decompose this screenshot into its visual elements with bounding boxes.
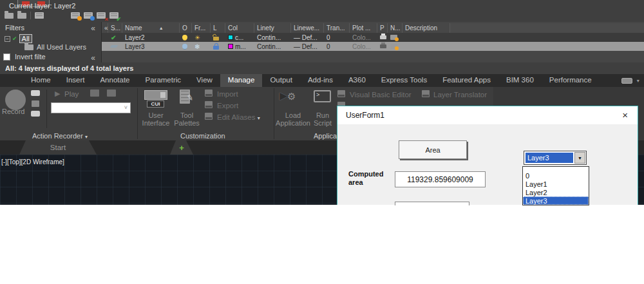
layer-new-vp-cell[interactable] [388,42,402,51]
tab-annotate[interactable]: Annotate [92,74,137,87]
column-header-status[interactable]: S... [108,23,122,33]
visual-basic-editor-icon[interactable] [337,90,345,97]
column-header-linetype[interactable]: Linety [254,23,291,33]
partial-textbox[interactable] [395,202,469,205]
layer-description[interactable] [402,33,450,42]
filters-collapse-icon[interactable]: « [91,24,95,33]
column-header-lineweight[interactable]: Linewe... [291,23,324,33]
action-macro-combobox[interactable]: ˅ [51,102,131,113]
tab-add-ins[interactable]: Add-ins [300,74,341,87]
filter-tree-item-all[interactable]: − ✔ All [5,34,32,43]
layer-name[interactable]: Layer2 [122,33,180,42]
preference-icon[interactable] [90,90,99,97]
manage-action-macro-icon[interactable] [107,90,116,97]
layer-new-vp-cell[interactable] [388,33,402,42]
layer-plot-style[interactable]: Colo... [350,42,377,51]
layer-frozen-snowflake-icon[interactable]: ❄ [192,42,211,51]
tab-a360[interactable]: A360 [341,74,374,87]
ribbon-minimize-control[interactable]: ▾ [621,74,639,87]
table-row-layer3-selected[interactable]: Layer3 ❄ m... Contin... — Def... 0 Colo.… [102,42,644,51]
column-header-description[interactable]: Description [402,23,450,33]
list-item-0[interactable]: 0 [523,171,589,180]
layer-name[interactable]: Layer3 [122,42,180,51]
chevron-down-icon[interactable]: ▾ [637,78,639,84]
tab-view[interactable]: View [189,74,220,87]
import-button[interactable]: Import [217,90,238,98]
column-header-plot[interactable]: P [377,23,388,33]
invert-filter-checkbox[interactable] [3,53,10,61]
layer-combobox[interactable]: Layer3 ▼ [524,151,587,165]
tab-bim-360[interactable]: BIM 360 [498,74,542,87]
new-drawing-tab-button[interactable]: + [170,140,193,155]
layer-linetype[interactable]: Contin... [254,42,291,51]
edit-aliases-icon[interactable] [205,113,213,120]
edit-aliases-button[interactable]: Edit Aliases ▾ [217,113,260,121]
column-header-freeze[interactable]: Fr... [192,23,211,33]
tab-manage[interactable]: Manage [220,74,263,87]
layer-plot-cell[interactable] [377,42,388,51]
visual-basic-editor-button[interactable]: Visual Basic Editor [350,91,412,99]
column-header-name[interactable]: Name▲ [122,23,180,33]
tab-performance[interactable]: Performance [542,74,600,87]
layer-translator-icon[interactable] [422,90,430,97]
request-input-icon[interactable] [31,111,40,117]
new-layer-icon[interactable] [71,12,80,19]
list-item-layer3-selected[interactable]: Layer3 [523,196,589,205]
layer-lineweight[interactable]: — Def... [291,33,324,42]
layer-plot-style[interactable]: Colo... [350,33,377,42]
layer-freeze-sun-icon[interactable]: ☀ [192,33,211,42]
list-item-layer1[interactable]: Layer1 [523,180,589,188]
import-icon[interactable] [205,90,213,97]
play-icon[interactable]: ▶ [55,90,60,98]
panel-label-customization[interactable]: Customization [180,132,225,140]
export-icon[interactable] [205,101,213,108]
combobox-dropdown-button[interactable]: ▼ [574,152,585,164]
new-property-filter-icon[interactable] [5,13,14,19]
column-header-lock[interactable]: L [211,23,225,33]
cui-icon[interactable] [144,90,167,100]
layer-lineweight[interactable]: — Def... [291,42,324,51]
layer-translator-button[interactable]: Layer Translator [433,91,487,99]
viewport-controls-label[interactable]: [-][Top][2D Wireframe] [1,158,64,166]
layer-transparency[interactable]: 0 [324,33,350,42]
layer-states-manager-icon[interactable] [35,12,44,19]
column-header-transparency[interactable]: Tran... [324,23,350,33]
table-row-layer2[interactable]: ✔ Layer2 ☀ c... Contin... — Def... 0 Col… [102,33,644,42]
tab-output[interactable]: Output [262,74,300,87]
invert-collapse-icon[interactable]: « [91,53,95,62]
layer-transparency[interactable]: 0 [324,42,350,51]
message-bubble-icon[interactable] [31,90,40,96]
insert-message-icon[interactable] [32,100,39,107]
column-header-new-vp[interactable]: N... [388,23,402,33]
layer-unlock-icon[interactable] [211,33,225,42]
invert-filter-row[interactable]: Invert filte [3,53,46,61]
ribbon-minimize-icon[interactable] [621,78,632,84]
layer-linetype[interactable]: Contin... [254,33,291,42]
load-application-button[interactable]: Load Application [273,111,313,127]
list-item-layer2[interactable]: Layer2 [523,188,589,196]
filter-tree-item-all-used[interactable]: All Used Layers [24,43,86,51]
layer-description[interactable] [402,42,450,51]
layer-off-bulb-icon[interactable] [180,42,192,51]
tab-home[interactable]: Home [23,74,59,87]
tab-insert[interactable]: Insert [59,74,93,87]
tab-parametric[interactable]: Parametric [138,74,189,87]
layer-lock-icon[interactable] [211,42,225,51]
column-header-on[interactable]: O [180,23,192,33]
tool-palettes-button[interactable]: Tool Palettes [169,111,205,127]
column-header-plot-style[interactable]: Plot ... [350,23,377,33]
dialog-title-bar[interactable]: UserForm1 [337,106,638,124]
set-current-layer-icon[interactable]: ✔ [109,12,118,19]
new-layer-vp-frozen-icon[interactable] [84,12,93,19]
computed-area-field[interactable]: 119329.859609009 [395,171,486,187]
run-script-button[interactable]: Run Script [308,111,337,127]
tab-start[interactable]: Start [19,140,97,155]
layer-color-cell[interactable]: c... [225,33,254,42]
tab-featured-apps[interactable]: Featured Apps [435,74,498,87]
area-button[interactable]: Area [399,140,467,159]
play-label[interactable]: Play [64,90,79,98]
header-collapse-icon[interactable]: « [102,23,108,33]
layer-on-bulb-icon[interactable] [180,33,192,42]
delete-layer-icon[interactable]: × [97,12,106,19]
panel-label-action-recorder[interactable]: Action Recorder ▾ [32,132,88,140]
